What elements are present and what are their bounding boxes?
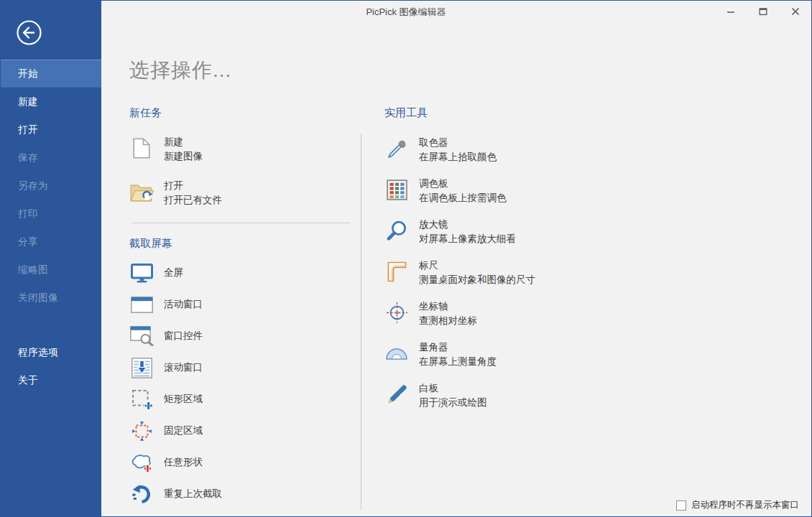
tool-title: 白板 <box>419 381 487 396</box>
tool-title: 取色器 <box>419 136 497 150</box>
maximize-icon <box>759 7 767 16</box>
tool-subtitle: 测量桌面对象和图像的尺寸 <box>419 273 535 287</box>
sidebar-item-save-as: 另存为 <box>1 172 101 200</box>
tool-subtitle: 在屏幕上测量角度 <box>419 355 497 369</box>
tool-magnifier[interactable]: 放大镜 对屏幕上像素放大细看 <box>384 218 535 246</box>
sidebar-item-close-image: 关闭图像 <box>1 284 101 312</box>
new-image-item[interactable]: 新建 新建图像 <box>129 135 361 164</box>
app-window: PicPick 图像编辑器 开始 新建 打开 保存 另存为 打印 分享 缩略图 … <box>0 0 812 517</box>
fixed-region-icon <box>129 419 154 443</box>
whiteboard-pen-icon <box>384 381 409 407</box>
minimize-icon <box>726 7 735 16</box>
startup-checkbox-label: 启动程序时不再显示本窗口 <box>691 499 799 511</box>
item-subtitle: 新建图像 <box>164 149 203 164</box>
capture-scrolling-window[interactable]: 滚动窗口 <box>129 352 361 383</box>
tool-title: 量角器 <box>419 340 497 355</box>
back-button[interactable] <box>16 19 42 46</box>
capture-label: 窗口控件 <box>164 330 203 343</box>
capture-label: 固定区域 <box>164 424 203 437</box>
capture-active-window[interactable]: 活动窗口 <box>129 289 361 320</box>
capture-label: 全屏 <box>164 266 183 279</box>
color-palette-icon <box>384 177 409 202</box>
tool-protractor[interactable]: 量角器 在屏幕上测量角度 <box>384 340 535 369</box>
tool-color-picker[interactable]: 取色器 在屏幕上拾取颜色 <box>384 136 535 164</box>
window-control-icon <box>129 324 154 348</box>
section-title-utilities: 实用工具 <box>384 106 535 120</box>
sidebar-item-thumbnail: 缩略图 <box>1 256 101 284</box>
main-area: 选择操作... 新任务 新建 新建图像 <box>101 1 811 516</box>
left-column: 新任务 新建 新建图像 <box>129 106 361 510</box>
window-controls <box>714 1 811 22</box>
sidebar-item-share: 分享 <box>1 228 101 256</box>
tool-subtitle: 在调色板上按需调色 <box>419 191 507 205</box>
rectangle-region-icon <box>129 387 154 411</box>
sidebar-item-new[interactable]: 新建 <box>1 88 101 116</box>
startup-checkbox-row[interactable]: 启动程序时不再显示本窗口 <box>676 499 799 511</box>
tool-subtitle: 查测相对坐标 <box>419 314 477 328</box>
sidebar-nav-bottom: 程序选项 关于 <box>1 338 101 394</box>
sidebar-item-about[interactable]: 关于 <box>1 366 101 394</box>
minimize-button[interactable] <box>714 1 747 22</box>
capture-label: 任意形状 <box>164 456 203 469</box>
backstage-content: 选择操作... 新任务 新建 新建图像 <box>101 1 811 516</box>
capture-fullscreen[interactable]: 全屏 <box>129 257 361 289</box>
capture-repeat-last[interactable]: 重复上次截取 <box>129 478 361 510</box>
tool-subtitle: 在屏幕上拾取颜色 <box>419 150 497 164</box>
page-title: 选择操作... <box>129 57 811 84</box>
tool-whiteboard[interactable]: 白板 用于演示或绘图 <box>384 381 535 410</box>
crosshair-icon <box>384 299 409 325</box>
tool-title: 标尺 <box>419 258 535 273</box>
capture-list: 全屏 活动窗口 <box>129 257 361 510</box>
repeat-capture-icon <box>129 482 154 506</box>
color-picker-icon <box>384 136 409 162</box>
capture-freehand[interactable]: 任意形状 <box>129 447 361 478</box>
capture-label: 滚动窗口 <box>164 361 203 374</box>
magnifier-icon <box>384 218 409 243</box>
tool-color-palette[interactable]: 调色板 在调色板上按需调色 <box>384 177 535 205</box>
tool-title: 调色板 <box>419 177 507 191</box>
maximize-button[interactable] <box>747 1 779 22</box>
item-title: 打开 <box>164 179 222 193</box>
close-button[interactable] <box>779 1 811 22</box>
backstage-sidebar: 开始 新建 打开 保存 另存为 打印 分享 缩略图 关闭图像 程序选项 关于 <box>1 1 101 516</box>
back-arrow-icon <box>16 19 42 46</box>
protractor-icon <box>384 340 409 366</box>
capture-label: 活动窗口 <box>164 298 203 311</box>
tool-subtitle: 对屏幕上像素放大细看 <box>419 232 516 246</box>
sidebar-item-home[interactable]: 开始 <box>1 60 101 88</box>
capture-rectangle-region[interactable]: 矩形区域 <box>129 383 361 415</box>
scrolling-window-icon <box>129 355 154 380</box>
open-folder-icon <box>129 179 154 205</box>
capture-window-control[interactable]: 窗口控件 <box>129 320 361 352</box>
tool-list: 取色器 在屏幕上拾取颜色 <box>384 136 535 410</box>
tool-title: 放大镜 <box>419 218 516 232</box>
fullscreen-monitor-icon <box>129 261 154 285</box>
capture-label: 重复上次截取 <box>164 488 222 500</box>
freehand-shape-icon <box>129 450 154 475</box>
ruler-icon <box>384 258 409 284</box>
tool-title: 坐标轴 <box>419 299 477 314</box>
startup-checkbox[interactable] <box>676 500 686 511</box>
sidebar-item-open[interactable]: 打开 <box>1 116 101 144</box>
sidebar-nav: 开始 新建 打开 保存 另存为 打印 分享 缩略图 关闭图像 <box>1 60 101 312</box>
active-window-icon <box>129 292 154 317</box>
close-icon <box>791 7 800 16</box>
new-document-icon <box>129 135 154 161</box>
right-column: 实用工具 取色器 <box>361 106 535 510</box>
tool-ruler[interactable]: 标尺 测量桌面对象和图像的尺寸 <box>384 258 535 287</box>
open-file-item[interactable]: 打开 打开已有文件 <box>129 179 361 208</box>
sidebar-item-save: 保存 <box>1 144 101 172</box>
sidebar-item-print: 打印 <box>1 200 101 228</box>
tool-crosshair[interactable]: 坐标轴 查测相对坐标 <box>384 299 535 328</box>
item-subtitle: 打开已有文件 <box>164 193 222 208</box>
sidebar-item-options[interactable]: 程序选项 <box>1 338 101 366</box>
item-title: 新建 <box>164 135 203 149</box>
section-title-new-tasks: 新任务 <box>129 106 361 120</box>
section-divider <box>132 223 351 223</box>
tool-subtitle: 用于演示或绘图 <box>419 396 487 410</box>
capture-fixed-region[interactable]: 固定区域 <box>129 415 361 447</box>
capture-label: 矩形区域 <box>164 393 203 406</box>
section-title-screen-capture: 截取屏幕 <box>129 237 361 251</box>
